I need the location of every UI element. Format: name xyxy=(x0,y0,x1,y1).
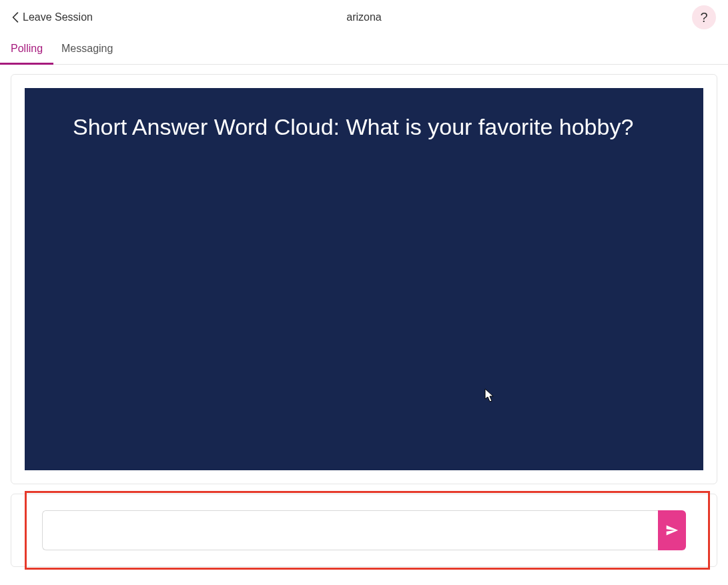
tab-polling[interactable]: Polling xyxy=(11,35,43,64)
question-text: Short Answer Word Cloud: What is your fa… xyxy=(73,111,655,143)
help-icon: ? xyxy=(700,10,707,25)
tab-messaging[interactable]: Messaging xyxy=(61,35,113,64)
header: Leave Session arizona ? xyxy=(0,0,728,35)
leave-session-button[interactable]: Leave Session xyxy=(12,11,93,23)
answer-card xyxy=(11,494,717,567)
question-slide: Short Answer Word Cloud: What is your fa… xyxy=(25,88,703,470)
session-title: arizona xyxy=(346,11,381,23)
send-icon xyxy=(665,524,679,537)
tabs: Polling Messaging xyxy=(0,35,728,65)
leave-session-label: Leave Session xyxy=(23,11,93,23)
question-card: Short Answer Word Cloud: What is your fa… xyxy=(11,74,717,484)
answer-row xyxy=(42,510,686,550)
chevron-left-icon xyxy=(12,12,19,23)
help-button[interactable]: ? xyxy=(692,5,716,29)
send-button[interactable] xyxy=(658,510,686,550)
content-area: Short Answer Word Cloud: What is your fa… xyxy=(0,65,728,576)
answer-input[interactable] xyxy=(42,510,658,550)
